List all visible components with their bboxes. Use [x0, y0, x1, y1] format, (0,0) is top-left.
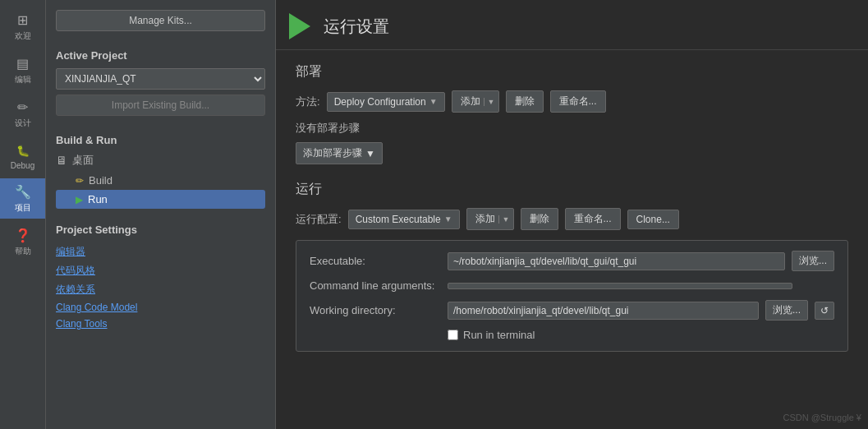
run-in-terminal-row: Run in terminal: [310, 329, 834, 341]
desktop-category: 🖥 桌面: [56, 153, 265, 168]
project-label: 项目: [15, 202, 31, 214]
edit-icon: ▤: [15, 55, 31, 72]
cmdargs-input[interactable]: [448, 283, 792, 289]
deploy-rename-label: 重命名...: [559, 95, 597, 108]
dependencies-link[interactable]: 依赖关系: [56, 280, 265, 299]
run-label: Run: [88, 193, 108, 205]
cmdargs-row: Command line arguments:: [310, 279, 834, 292]
project-settings-title: Project Settings: [56, 224, 265, 236]
run-in-terminal-label: Run in terminal: [463, 329, 535, 341]
debug-icon: 🐛: [15, 142, 31, 159]
help-nav[interactable]: ❓ 帮助: [0, 222, 45, 262]
workdir-row: Working directory: /home/robot/xinjianji…: [310, 300, 834, 321]
edit-label: 编辑: [15, 74, 31, 85]
design-nav[interactable]: ✏ 设计: [0, 94, 45, 134]
build-item[interactable]: ✏ Build: [56, 171, 265, 190]
run-rename-button[interactable]: 重命名...: [565, 208, 621, 230]
deploy-config-dropdown[interactable]: Deploy Configuration ▼: [327, 92, 445, 112]
add-step-label: 添加部署步骤: [303, 146, 362, 160]
clang-tools-link[interactable]: Clang Tools: [56, 316, 265, 332]
icon-bar: ⊞ 欢迎 ▤ 编辑 ✏ 设计 🐛 Debug 🔧 项目 ❓ 帮助: [0, 0, 46, 429]
run-section-title: 运行: [296, 181, 848, 198]
run-delete-button[interactable]: 删除: [521, 208, 558, 230]
project-icon: 🔧: [15, 183, 31, 200]
run-add-label: 添加: [475, 212, 495, 226]
sidebar: Manage Kits... Active Project XINJIANJIA…: [46, 0, 276, 429]
debug-label: Debug: [11, 161, 34, 170]
clone-button[interactable]: Clone...: [627, 210, 679, 229]
executable-browse-button[interactable]: 浏览...: [792, 251, 834, 271]
manage-kits-button[interactable]: Manage Kits...: [56, 10, 265, 31]
project-dropdown[interactable]: XINJIANJIA_QT: [56, 68, 265, 90]
run-settings-header: 运行设置: [276, 0, 868, 50]
edit-nav[interactable]: ▤ 编辑: [0, 50, 45, 90]
clone-label: Clone...: [636, 214, 670, 225]
run-config-arrow: ▼: [444, 214, 452, 224]
build-run-title: Build & Run: [56, 134, 265, 146]
executable-input[interactable]: ~/robot/xinjianjia_qt/devel/lib/qt_gui/q…: [448, 252, 785, 270]
main-content: 运行设置 部署 方法: Deploy Configuration ▼ 添加 ▼ …: [276, 0, 868, 429]
run-delete-label: 删除: [530, 212, 549, 226]
project-nav[interactable]: 🔧 项目: [0, 178, 45, 219]
run-section: 运行 运行配置: Custom Executable ▼ 添加 ▼ 删除 重命名…: [296, 181, 848, 352]
design-label: 设计: [15, 118, 31, 129]
monitor-icon: 🖥: [56, 154, 67, 167]
run-config-dropdown[interactable]: Custom Executable ▼: [348, 210, 460, 229]
code-style-link[interactable]: 代码风格: [56, 261, 265, 280]
clang-model-link[interactable]: Clang Code Model: [56, 299, 265, 316]
run-config-label: 运行配置:: [296, 212, 342, 227]
dropdown-arrow: ▼: [429, 97, 438, 106]
workdir-reset-button[interactable]: ↺: [815, 302, 834, 320]
method-row: 方法: Deploy Configuration ▼ 添加 ▼ 删除 重命名..…: [296, 90, 848, 113]
project-settings-section: Project Settings 编辑器 代码风格 依赖关系 Clang Cod…: [46, 215, 275, 332]
run-config-row: 运行配置: Custom Executable ▼ 添加 ▼ 删除 重命名...…: [296, 208, 848, 230]
cmdargs-label: Command line arguments:: [310, 279, 441, 292]
deploy-add-label: 添加: [461, 95, 480, 108]
deploy-delete-button[interactable]: 删除: [506, 90, 544, 113]
deploy-delete-label: 删除: [515, 95, 535, 108]
run-config-value: Custom Executable: [356, 214, 441, 225]
run-add-arrow: ▼: [498, 215, 510, 224]
project-select-row: XINJIANJIA_QT: [56, 68, 265, 90]
deploy-add-arrow: ▼: [484, 98, 495, 106]
welcome-nav[interactable]: ⊞ 欢迎: [0, 7, 45, 47]
design-icon: ✏: [15, 99, 31, 115]
executable-row: Executable: ~/robot/xinjianjia_qt/devel/…: [310, 251, 834, 271]
workdir-browse-button[interactable]: 浏览...: [765, 300, 808, 321]
import-build-button[interactable]: Import Existing Build...: [56, 95, 265, 116]
desktop-label: 桌面: [72, 153, 94, 168]
debug-nav[interactable]: 🐛 Debug: [0, 137, 45, 175]
run-details-box: Executable: ~/robot/xinjianjia_qt/devel/…: [296, 240, 848, 352]
build-icon: ✏: [76, 175, 84, 187]
run-icon: ▶: [76, 194, 83, 205]
build-run-section: Build & Run 🖥 桌面 ✏ Build ▶ Run: [46, 126, 275, 209]
method-label: 方法:: [296, 95, 320, 109]
workdir-label: Working directory:: [310, 304, 441, 316]
add-step-arrow: ▼: [365, 148, 375, 159]
workdir-input[interactable]: /home/robot/xinjianjia_qt/devel/lib/qt_g…: [448, 302, 759, 320]
run-add-button[interactable]: 添加 ▼: [466, 208, 514, 230]
active-project-title: Active Project: [56, 49, 265, 62]
run-rename-label: 重命名...: [574, 212, 612, 226]
grid-icon: ⊞: [15, 12, 31, 28]
run-in-terminal-checkbox[interactable]: [448, 330, 458, 340]
welcome-label: 欢迎: [15, 30, 31, 42]
build-label: Build: [89, 174, 113, 187]
deploy-add-button[interactable]: 添加 ▼: [452, 90, 499, 113]
deploy-section-title: 部署: [296, 63, 848, 81]
deploy-rename-button[interactable]: 重命名...: [550, 90, 606, 113]
editor-settings-link[interactable]: 编辑器: [56, 242, 265, 261]
no-deploy-text: 没有部署步骤: [296, 121, 848, 136]
deploy-config-value: Deploy Configuration: [334, 96, 426, 108]
content-area: 部署 方法: Deploy Configuration ▼ 添加 ▼ 删除 重命…: [276, 50, 868, 365]
run-settings-title: 运行设置: [324, 16, 389, 38]
run-item[interactable]: ▶ Run: [56, 190, 265, 209]
active-project-section: Active Project XINJIANJIA_QT Import Exis…: [46, 41, 275, 116]
add-deploy-step-button[interactable]: 添加部署步骤 ▼: [296, 142, 383, 164]
play-icon: [289, 13, 310, 39]
executable-label: Executable:: [310, 255, 441, 267]
watermark: CSDN @Struggle ¥: [783, 413, 861, 422]
deploy-section: 部署 方法: Deploy Configuration ▼ 添加 ▼ 删除 重命…: [296, 63, 848, 164]
kits-section: Manage Kits...: [46, 10, 275, 31]
help-icon: ❓: [15, 227, 31, 243]
